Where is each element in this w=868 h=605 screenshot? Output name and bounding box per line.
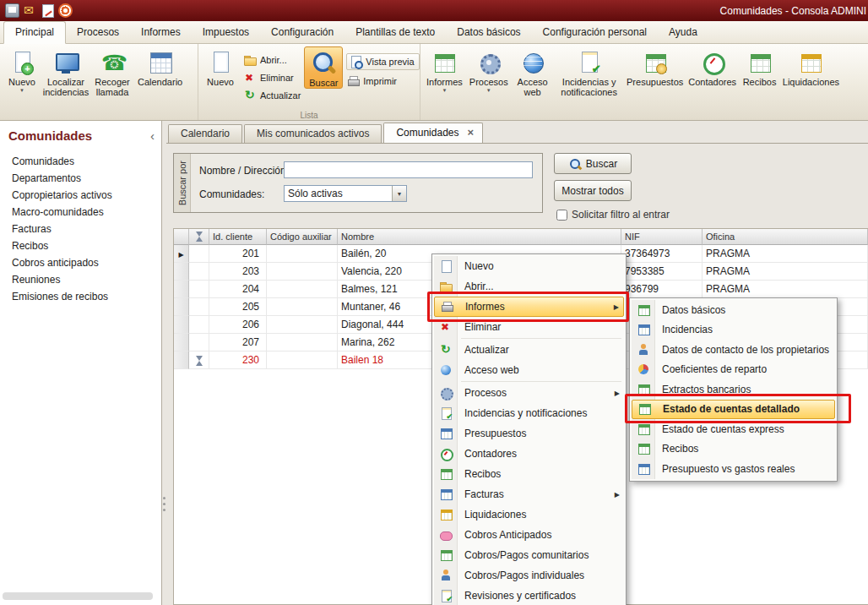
tab-configuracion[interactable]: Configuración bbox=[260, 22, 344, 43]
sidebar-item-departamentos[interactable]: Departamentos bbox=[0, 170, 161, 187]
sidebar-item-emisiones[interactable]: Emisiones de recibos bbox=[0, 288, 161, 305]
menu-item-cobros-anticipados[interactable]: Cobros Anticipados bbox=[434, 525, 624, 545]
menu-item-presupuestos[interactable]: Presupuestos bbox=[434, 423, 624, 444]
incidencias-notificaciones-button[interactable]: Incidencias y notificaciones bbox=[554, 46, 625, 97]
recoger-llamada-button[interactable]: Recoger llamada bbox=[90, 46, 134, 97]
tab-principal[interactable]: Principal bbox=[3, 21, 66, 44]
row-selector[interactable] bbox=[174, 334, 189, 352]
sidebar-item-macro-comunidades[interactable]: Macro-comunidades bbox=[0, 204, 161, 221]
piggy-bank-icon bbox=[439, 528, 453, 542]
row-selector[interactable] bbox=[174, 281, 189, 298]
sidebar-item-facturas[interactable]: Facturas bbox=[0, 221, 161, 237]
submenu-item-coeficientes[interactable]: Coeficientes de reparto bbox=[632, 360, 835, 380]
imprimir-button[interactable]: Imprimir bbox=[346, 74, 419, 88]
dropdown-arrow-icon[interactable] bbox=[392, 186, 406, 201]
tab-impuestos[interactable]: Impuestos bbox=[192, 22, 260, 43]
menu-item-acceso-web[interactable]: Acceso web bbox=[434, 360, 624, 380]
header-nif[interactable]: NIF bbox=[621, 229, 703, 245]
collapse-sidebar-icon[interactable] bbox=[150, 132, 155, 140]
nuevo-lista-button[interactable]: Nuevo bbox=[201, 46, 240, 87]
rss-icon[interactable] bbox=[58, 3, 73, 18]
liquidaciones-button[interactable]: Liquidaciones bbox=[779, 46, 842, 87]
sidebar-item-copropietarios[interactable]: Copropietarios activos bbox=[0, 187, 161, 204]
nuevo-button[interactable]: Nuevo bbox=[3, 46, 41, 93]
submenu-item-incidencias[interactable]: Incidencias bbox=[632, 320, 835, 341]
row-selector[interactable] bbox=[174, 298, 189, 316]
menu-item-contadores[interactable]: Contadores bbox=[434, 444, 624, 464]
solicitar-filtro-checkbox[interactable] bbox=[556, 210, 567, 221]
informes-button[interactable]: Informes bbox=[423, 46, 466, 93]
ribbon-group-modulos: Informes Procesos Acceso web Incidencias… bbox=[420, 44, 868, 120]
header-oficina[interactable]: Oficina bbox=[703, 229, 868, 245]
tab-ayuda[interactable]: Ayuda bbox=[658, 22, 708, 43]
menu-item-liquidaciones[interactable]: Liquidaciones bbox=[434, 504, 624, 525]
submenu-item-presupuesto-vs-gastos[interactable]: Presupuesto vs gastos reales bbox=[632, 459, 835, 479]
sidebar-item-cobros-anticipados[interactable]: Cobros anticipados bbox=[0, 254, 161, 271]
buscar-button[interactable]: Buscar bbox=[304, 46, 343, 89]
menu-item-actualizar[interactable]: Actualizar bbox=[434, 340, 624, 360]
close-tab-icon[interactable] bbox=[467, 127, 474, 139]
reports-icon bbox=[431, 50, 457, 75]
edit-note-icon[interactable] bbox=[42, 4, 54, 18]
row-selector[interactable] bbox=[174, 263, 189, 281]
preview-icon bbox=[349, 55, 362, 68]
header-status-cell[interactable] bbox=[189, 229, 209, 245]
eliminar-button[interactable]: Eliminar bbox=[243, 71, 301, 84]
row-selector[interactable] bbox=[174, 352, 189, 369]
tab-datos-basicos[interactable]: Datos básicos bbox=[446, 22, 531, 43]
ribbon-tab-strip: Principal Procesos Informes Impuestos Co… bbox=[0, 21, 868, 44]
informes-submenu: Datos básicos Incidencias Datos de conta… bbox=[629, 297, 838, 482]
vista-previa-button[interactable]: Vista previa bbox=[346, 53, 419, 70]
doc-tab-comunicados[interactable]: Mis comunicados activos bbox=[244, 124, 382, 143]
menu-item-cobros-pagos-individuales[interactable]: Cobros/Pagos individuales bbox=[434, 565, 624, 586]
sidebar: Comunidades Comunidades Departamentos Co… bbox=[0, 121, 162, 605]
new-icon bbox=[439, 259, 453, 273]
localizar-incidencias-button[interactable]: Localizar incidencias bbox=[41, 46, 90, 97]
comunidades-label: Comunidades: bbox=[199, 188, 264, 200]
menu-separator bbox=[461, 338, 621, 339]
actualizar-button[interactable]: Actualizar bbox=[243, 89, 301, 102]
app-icon[interactable] bbox=[5, 3, 19, 18]
menu-item-recibos[interactable]: Recibos bbox=[434, 464, 624, 484]
menu-item-facturas[interactable]: Facturas bbox=[434, 484, 624, 504]
locate-incidents-icon bbox=[53, 50, 79, 75]
submenu-item-datos-basicos[interactable]: Datos básicos bbox=[632, 300, 835, 320]
menu-item-incidencias[interactable]: Incidencias y notificaciones bbox=[434, 403, 624, 423]
doc-tab-calendario[interactable]: Calendario bbox=[168, 124, 242, 143]
recibos-button[interactable]: Recibos bbox=[740, 46, 780, 87]
row-selector[interactable] bbox=[174, 245, 189, 263]
web-icon bbox=[439, 363, 453, 377]
sidebar-item-comunidades[interactable]: Comunidades bbox=[0, 153, 161, 170]
menu-item-revisiones[interactable]: Revisiones y certificados bbox=[434, 586, 624, 605]
header-codigo-auxiliar[interactable]: Código auxiliar bbox=[267, 229, 338, 245]
abrir-button[interactable]: Abrir... bbox=[243, 53, 301, 67]
presupuestos-button[interactable]: Presupuestos bbox=[625, 46, 686, 87]
contadores-button[interactable]: Contadores bbox=[686, 46, 740, 87]
row-selector[interactable] bbox=[174, 316, 189, 334]
printer-icon bbox=[346, 74, 360, 88]
header-nombre[interactable]: Nombre bbox=[338, 229, 621, 245]
mostrar-todos-button[interactable]: Mostrar todos bbox=[554, 180, 632, 201]
header-id-cliente[interactable]: Id. cliente bbox=[209, 229, 267, 245]
tab-informes[interactable]: Informes bbox=[130, 22, 192, 43]
submenu-item-datos-contacto[interactable]: Datos de contacto de los propietarios bbox=[632, 340, 835, 360]
menu-item-cobros-pagos-comunitarios[interactable]: Cobros/Pagos comunitarios bbox=[434, 545, 624, 565]
menu-item-procesos[interactable]: Procesos bbox=[434, 383, 624, 403]
comunidades-select[interactable]: Sólo activas bbox=[284, 185, 407, 202]
sidebar-item-reuniones[interactable]: Reuniones bbox=[0, 271, 161, 288]
filter-checkbox-row[interactable]: Solicitar filtro al entrar bbox=[556, 209, 670, 221]
tab-plantillas[interactable]: Plantillas de texto bbox=[344, 22, 446, 43]
buscar-panel-button[interactable]: Buscar bbox=[554, 153, 632, 174]
sidebar-scrollbar[interactable] bbox=[3, 592, 153, 600]
tab-procesos[interactable]: Procesos bbox=[66, 22, 130, 43]
acceso-web-button[interactable]: Acceso web bbox=[512, 46, 554, 97]
doc-tab-comunidades[interactable]: Comunidades bbox=[383, 123, 483, 143]
nombre-direccion-input[interactable] bbox=[284, 161, 533, 178]
submenu-item-recibos[interactable]: Recibos bbox=[632, 439, 835, 460]
mail-icon[interactable] bbox=[24, 3, 38, 18]
sidebar-item-recibos[interactable]: Recibos bbox=[0, 237, 161, 254]
calendario-button[interactable]: Calendario bbox=[134, 46, 186, 87]
procesos-button[interactable]: Procesos bbox=[466, 46, 512, 93]
menu-item-nuevo[interactable]: Nuevo bbox=[434, 256, 624, 276]
tab-configuracion-personal[interactable]: Configuración personal bbox=[532, 22, 658, 43]
